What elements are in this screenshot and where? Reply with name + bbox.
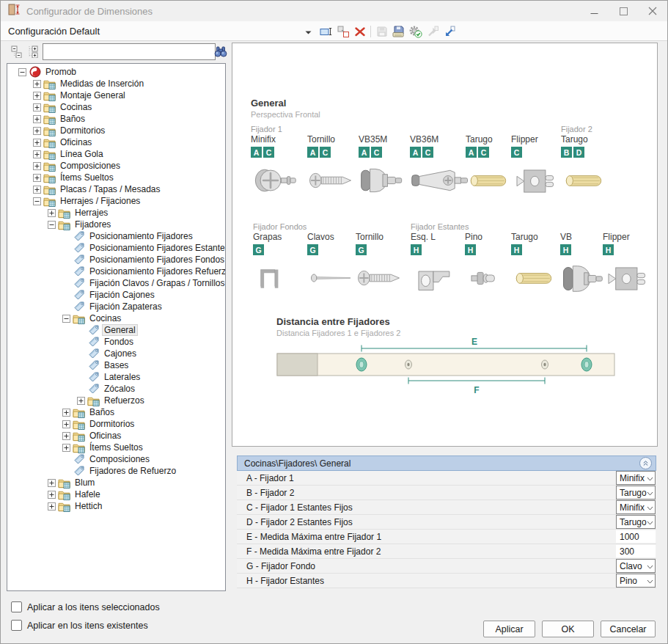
tree-item-fijadores[interactable]: Fijadores [7, 219, 225, 230]
expand-node-icon[interactable] [48, 209, 56, 217]
save-icon[interactable] [373, 23, 390, 40]
find-icon[interactable] [213, 44, 228, 59]
tree-item-blum[interactable]: Blum [7, 477, 225, 489]
tree-item-composiciones[interactable]: Composiciones [7, 453, 225, 465]
tree-item-refuerzos[interactable]: Refuerzos [7, 395, 225, 406]
expand-node-icon[interactable] [62, 444, 70, 452]
minimize-button[interactable] [579, 1, 609, 21]
tree-item-l-nea-gola[interactable]: Línea Gola [7, 148, 225, 160]
expand-node-icon[interactable] [33, 162, 41, 170]
expand-node-icon[interactable] [33, 115, 41, 123]
tree-item-general[interactable]: General [7, 324, 225, 336]
expand-node-icon[interactable] [33, 186, 41, 194]
expand-all-button[interactable] [25, 44, 40, 59]
collapse-node-icon[interactable] [18, 68, 26, 76]
property-a-select[interactable]: Minifix [616, 471, 656, 485]
expand-node-icon[interactable] [33, 139, 41, 147]
tree-item-ba-os[interactable]: Baños [7, 406, 225, 418]
expand-node-icon[interactable] [62, 409, 70, 417]
tree-item-posicionamiento-fijadores-estantes[interactable]: Posicionamiento Fijadores Estantes [7, 242, 225, 254]
tree-item-fijaci-n-zapateras[interactable]: Fijación Zapateras [7, 301, 225, 312]
tree-item-oficinas[interactable]: Oficinas [7, 136, 225, 148]
tree-item-cajones[interactable]: Cajones [7, 348, 225, 359]
collapse-all-button[interactable] [9, 44, 23, 59]
expand-node-icon[interactable] [33, 127, 41, 135]
expand-node-icon[interactable] [33, 80, 41, 88]
tree-item-hafele[interactable]: Hafele [7, 489, 225, 500]
save-all-icon[interactable] [390, 23, 407, 40]
tree-item-tems-sueltos[interactable]: Ítems Sueltos [7, 442, 225, 453]
property-label-e: E - Medida Máxima entre Fijador 1 [246, 532, 616, 542]
tree-item-laterales[interactable]: Laterales [7, 371, 225, 383]
tree-item-posicionamiento-fijadores[interactable]: Posicionamiento Fijadores [7, 230, 225, 242]
expand-node-icon[interactable] [33, 150, 41, 158]
configuration-select[interactable]: Configuración Default [1, 21, 316, 40]
duplicate-configuration-icon[interactable] [334, 23, 351, 40]
maximize-button[interactable] [609, 1, 638, 21]
tree-item-composiciones[interactable]: Composiciones [7, 160, 225, 172]
apply-configuration-icon[interactable] [407, 23, 424, 40]
tree-item-dormitorios[interactable]: Dormitorios [7, 418, 225, 430]
expand-node-icon[interactable] [33, 174, 41, 182]
tree-item-placas-tapas-mesadas[interactable]: Placas / Tapas / Mesadas [7, 183, 225, 195]
tree-item-fijaci-n-clavos-grapas-tornillos[interactable]: Fijación Clavos / Grapas / Tornillos [7, 277, 225, 289]
expand-node-icon[interactable] [62, 420, 70, 428]
expand-node-icon[interactable] [33, 92, 41, 100]
promob-icon [29, 66, 41, 78]
tree-item-fijadores-de-refuerzo[interactable]: Fijadores de Refuerzo [7, 465, 225, 477]
rename-configuration-icon[interactable] [318, 23, 334, 40]
cancel-button[interactable]: Cancelar [601, 621, 656, 637]
export-icon[interactable] [441, 23, 458, 40]
tree-item-cocinas[interactable]: Cocinas [7, 312, 225, 324]
tree-item-cocinas[interactable]: Cocinas [7, 101, 225, 113]
property-h-select[interactable]: Pino [616, 574, 656, 588]
tarugo-illustration [511, 262, 557, 297]
tree-item-fijaci-n-cajones[interactable]: Fijación Cajones [7, 289, 225, 301]
tree-item-herrajes-fijaciones[interactable]: Herrajes / Fijaciones [7, 195, 225, 207]
expand-node-icon[interactable] [77, 397, 85, 405]
selected-value: Tarugo [620, 517, 647, 527]
expand-node-icon[interactable] [62, 432, 70, 440]
folder-icon [58, 477, 70, 489]
property-d-select[interactable]: Tarugo [616, 515, 656, 529]
collapse-node-icon[interactable] [33, 197, 41, 205]
tree-item-bases[interactable]: Bases [7, 359, 225, 371]
tree-item-oficinas[interactable]: Oficinas [7, 430, 225, 442]
expand-node-icon[interactable] [48, 479, 56, 487]
tree-item-tems-sueltos[interactable]: Ítems Sueltos [7, 172, 225, 183]
tree-search-input[interactable] [43, 43, 216, 60]
tree-item-hettich[interactable]: Hettich [7, 500, 225, 512]
property-e-input[interactable] [616, 530, 656, 543]
property-b-select[interactable]: Tarugo [616, 486, 656, 500]
collapse-node-icon[interactable] [62, 315, 70, 323]
expand-node-icon[interactable] [48, 502, 56, 511]
collapse-node-icon[interactable] [48, 221, 56, 229]
apply-button[interactable]: Aplicar [483, 621, 535, 637]
tree-item-ba-os[interactable]: Baños [7, 113, 225, 125]
property-f-input[interactable] [616, 545, 656, 557]
tree-item-dormitorios[interactable]: Dormitorios [7, 125, 225, 136]
expand-node-icon[interactable] [33, 103, 41, 111]
tree-item-posicionamiento-fijadores-fondos[interactable]: Posicionamiento Fijadores Fondos [7, 254, 225, 266]
apply-existing-items-checkbox[interactable]: Aplicar en los itens existentes [11, 620, 148, 631]
checkbox-box[interactable] [11, 601, 22, 612]
delete-configuration-icon[interactable] [351, 23, 368, 40]
tree-item-fondos[interactable]: Fondos [7, 336, 225, 348]
tree-item-z-calos[interactable]: Zócalos [7, 383, 225, 395]
tree-item-medidas-de-inserci-n[interactable]: Medidas de Inserción [7, 78, 225, 89]
tree-item-posicionamiento-fijadores-refuerzos[interactable]: Posicionamiento Fijadores Refuerzos [7, 266, 225, 277]
badge-row: H [411, 244, 469, 255]
fastener-group-label [356, 222, 407, 232]
tree-item-promob[interactable]: Promob [7, 66, 225, 78]
tree-item-herrajes[interactable]: Herrajes [7, 207, 225, 219]
import-icon[interactable] [424, 23, 441, 40]
expand-node-icon[interactable] [48, 491, 56, 499]
property-c-select[interactable]: Minifix [616, 500, 656, 514]
tree-item-montaje-general[interactable]: Montaje General [7, 89, 225, 101]
ok-button[interactable]: OK [542, 621, 594, 637]
collapse-properties-button[interactable] [639, 457, 652, 469]
close-button[interactable] [638, 1, 667, 21]
property-g-select[interactable]: Clavo [616, 559, 656, 573]
checkbox-box[interactable] [11, 620, 22, 631]
apply-selected-items-checkbox[interactable]: Aplicar a los itens seleccionados [11, 601, 160, 612]
